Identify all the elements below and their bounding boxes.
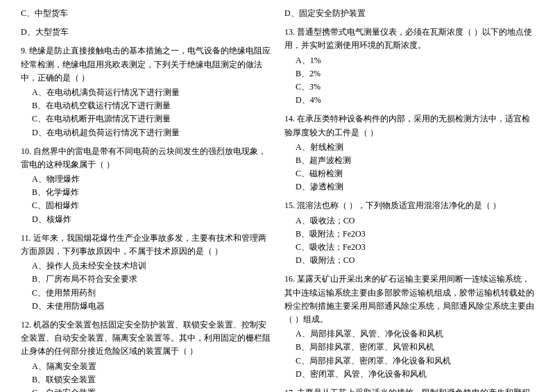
question-17-text: 17. 主要是从工艺上采取适当的措施，限制和避免静电的产生和聚积的消除静电危害的… bbox=[284, 386, 534, 392]
question-14-text: 14. 在承压类特种设备构件的内部，采用的无损检测方法中，适宜检验厚度较大的工件… bbox=[284, 112, 534, 139]
q11-option-d: D、未使用防爆电器 bbox=[32, 300, 271, 313]
option-d-fixed-guard: D、固定安全防护装置 bbox=[284, 7, 534, 20]
question-15: 15. 混溶法也称（ ），下列物质适宜用混溶法净化的是（ ） A、吸收法；CO … bbox=[284, 199, 534, 267]
q9-option-c: C、在电动机断开电源情况下进行测量 bbox=[32, 112, 271, 126]
q10-option-b: B、化学爆炸 bbox=[32, 186, 271, 199]
q15-option-d: D、吸附法；CO bbox=[296, 254, 534, 267]
option-text: D、大型货车 bbox=[21, 27, 69, 37]
q9-option-a: A、在电动机满负荷运行情况下进行测量 bbox=[32, 86, 271, 99]
q16-option-d: D、密闭罩、风管、净化设备和风机 bbox=[296, 368, 534, 381]
q12-option-b: B、联锁安全装置 bbox=[32, 373, 271, 386]
question-12-text: 12. 机器的安全装置包括固定安全防护装置、联锁安全装置、控制安全装置、自动安全… bbox=[21, 318, 271, 359]
q14-option-b: B、超声波检测 bbox=[296, 154, 534, 167]
option-d-large-truck: D、大型货车 bbox=[21, 26, 271, 39]
q13-option-c: C、3% bbox=[296, 80, 534, 94]
q16-option-b: B、局部排风罩、密闭罩、风管和风机 bbox=[296, 341, 534, 354]
q10-option-d: D、核爆炸 bbox=[32, 213, 271, 226]
question-12: 12. 机器的安全装置包括固定安全防护装置、联锁安全装置、控制安全装置、自动安全… bbox=[21, 318, 271, 392]
q15-option-b: B、吸附法；Fe2O3 bbox=[296, 228, 534, 241]
question-13: 13. 普通型携带式电气测量仪表，必须在瓦斯浓度（ ）以下的地点使用，并实时监测… bbox=[284, 26, 534, 107]
q9-option-d: D、在电动机超负荷运行情况下进行测量 bbox=[32, 126, 271, 139]
q13-option-d: D、4% bbox=[296, 94, 534, 107]
left-column: C、中型货车 D、大型货车 9. 绝缘是防止直接接触电击的基本措施之一，电气设备… bbox=[21, 7, 271, 392]
q13-option-b: B、2% bbox=[296, 67, 534, 80]
two-column-layout: C、中型货车 D、大型货车 9. 绝缘是防止直接接触电击的基本措施之一，电气设备… bbox=[21, 7, 534, 392]
question-13-text: 13. 普通型携带式电气测量仪表，必须在瓦斯浓度（ ）以下的地点使用，并实时监测… bbox=[284, 26, 534, 52]
option-text: D、固定安全防护装置 bbox=[284, 8, 366, 18]
question-16: 16. 某露天矿山开采出来的矿石运输主要采用间断一连续运输系统，其中连续运输系统… bbox=[284, 273, 534, 381]
question-17-partial: 17. 主要是从工艺上采取适当的措施，限制和避免静电的产生和聚积的消除静电危害的… bbox=[284, 386, 534, 392]
question-15-text: 15. 混溶法也称（ ），下列物质适宜用混溶法净化的是（ ） bbox=[284, 199, 534, 212]
question-9: 9. 绝缘是防止直接接触电击的基本措施之一，电气设备的绝缘电阻应经常检测，绝缘电… bbox=[21, 44, 271, 139]
q10-option-c: C、固相爆炸 bbox=[32, 199, 271, 212]
q11-option-a: A、操作人员未经安全技术培训 bbox=[32, 259, 271, 273]
q14-option-a: A、射线检测 bbox=[296, 141, 534, 154]
q16-option-c: C、局部排风罩、密闭罩、净化设备和风机 bbox=[296, 355, 534, 368]
question-10: 10. 自然界中的雷电是带有不同电荷的云块间发生的强烈放电现象，雷电的这种现象属… bbox=[21, 145, 271, 226]
q15-option-a: A、吸收法；CO bbox=[296, 214, 534, 228]
q12-option-c: C、自动安全装置 bbox=[32, 386, 271, 392]
q12-option-a: A、隔离安全装置 bbox=[32, 360, 271, 373]
q16-option-a: A、局部排风罩、风管、净化设备和风机 bbox=[296, 327, 534, 341]
q9-option-b: B、在电动机空载运行情况下进行测量 bbox=[32, 99, 271, 112]
q14-option-c: C、磁粉检测 bbox=[296, 167, 534, 180]
question-14: 14. 在承压类特种设备构件的内部，采用的无损检测方法中，适宜检验厚度较大的工件… bbox=[284, 112, 534, 194]
q15-option-c: C、吸收法；Fe2O3 bbox=[296, 241, 534, 254]
option-text: C、中型货车 bbox=[21, 8, 68, 18]
q13-option-a: A、1% bbox=[296, 54, 534, 67]
q11-option-b: B、厂房布局不符合安全要求 bbox=[32, 273, 271, 286]
q11-option-c: C、使用禁用药剂 bbox=[32, 287, 271, 300]
question-11-text: 11. 近年来，我国烟花爆竹生产企业事故多发，主要有技术和管理两方面原因，下列事… bbox=[21, 232, 271, 258]
q14-option-d: D、渗透检测 bbox=[296, 180, 534, 194]
page-content: C、中型货车 D、大型货车 9. 绝缘是防止直接接触电击的基本措施之一，电气设备… bbox=[21, 7, 534, 392]
right-column: D、固定安全防护装置 13. 普通型携带式电气测量仪表，必须在瓦斯浓度（ ）以下… bbox=[284, 7, 534, 392]
question-10-text: 10. 自然界中的雷电是带有不同电荷的云块间发生的强烈放电现象，雷电的这种现象属… bbox=[21, 145, 271, 171]
option-c-medium-truck: C、中型货车 bbox=[21, 7, 271, 20]
q10-option-a: A、物理爆炸 bbox=[32, 173, 271, 186]
question-16-text: 16. 某露天矿山开采出来的矿石运输主要采用间断一连续运输系统，其中连续运输系统… bbox=[284, 273, 534, 326]
question-9-text: 9. 绝缘是防止直接接触电击的基本措施之一，电气设备的绝缘电阻应经常检测，绝缘电… bbox=[21, 44, 271, 85]
question-11: 11. 近年来，我国烟花爆竹生产企业事故多发，主要有技术和管理两方面原因，下列事… bbox=[21, 232, 271, 313]
